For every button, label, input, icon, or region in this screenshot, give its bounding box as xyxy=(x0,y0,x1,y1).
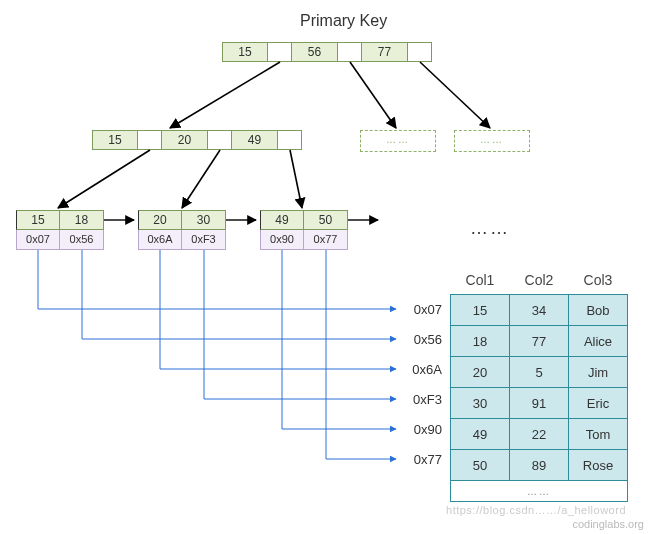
root-key: 15 xyxy=(222,42,268,62)
btree-internal-node: 15 20 49 xyxy=(92,130,302,150)
table-row: 3091Eric xyxy=(451,388,628,419)
internal-key: 20 xyxy=(162,130,208,150)
cell: Bob xyxy=(569,295,628,326)
cell: 77 xyxy=(510,326,569,357)
cell: Jim xyxy=(569,357,628,388)
leaf-key: 50 xyxy=(304,210,348,230)
leaf-key: 49 xyxy=(260,210,304,230)
cell: 22 xyxy=(510,419,569,450)
leaf-pointer: 0x90 xyxy=(260,230,304,250)
leaf-ellipsis: …… xyxy=(470,218,510,239)
svg-line-1 xyxy=(350,62,396,128)
internal-key: 15 xyxy=(92,130,138,150)
btree-leaf-node: 15 18 0x07 0x56 xyxy=(16,210,104,250)
internal-gap xyxy=(278,130,302,150)
root-key: 56 xyxy=(292,42,338,62)
leaf-key: 15 xyxy=(16,210,60,230)
leaf-pointer: 0x77 xyxy=(304,230,348,250)
cell: 30 xyxy=(451,388,510,419)
cell: Eric xyxy=(569,388,628,419)
table-row: 5089Rose xyxy=(451,450,628,481)
cell: 49 xyxy=(451,419,510,450)
svg-line-5 xyxy=(290,150,302,208)
row-address: 0x07 xyxy=(400,302,442,317)
svg-line-4 xyxy=(182,150,220,208)
leaf-pointer: 0x6A xyxy=(138,230,182,250)
svg-line-3 xyxy=(58,150,150,208)
table-header: Col3 xyxy=(569,272,628,295)
table-row-empty: …… xyxy=(451,481,628,502)
cell: Tom xyxy=(569,419,628,450)
cell: 34 xyxy=(510,295,569,326)
btree-leaf-node: 20 30 0x6A 0xF3 xyxy=(138,210,226,250)
root-gap xyxy=(408,42,432,62)
btree-ghost-node: …… xyxy=(454,130,530,152)
svg-line-2 xyxy=(420,62,490,128)
table-header: Col2 xyxy=(510,272,569,295)
row-address: 0xF3 xyxy=(400,392,442,407)
cell: 15 xyxy=(451,295,510,326)
cell: 5 xyxy=(510,357,569,388)
root-key: 77 xyxy=(362,42,408,62)
table-row: 1534Bob xyxy=(451,295,628,326)
table-row: 205Jim xyxy=(451,357,628,388)
table-header: Col1 xyxy=(451,272,510,295)
row-address: 0x90 xyxy=(400,422,442,437)
table-header-row: Col1 Col2 Col3 xyxy=(451,272,628,295)
table-row: 1877Alice xyxy=(451,326,628,357)
watermark-source: codinglabs.org xyxy=(572,518,644,530)
cell: 18 xyxy=(451,326,510,357)
row-address: 0x6A xyxy=(400,362,442,377)
root-gap xyxy=(338,42,362,62)
leaf-pointer: 0xF3 xyxy=(182,230,226,250)
internal-key: 49 xyxy=(232,130,278,150)
btree-leaf-node: 49 50 0x90 0x77 xyxy=(260,210,348,250)
internal-gap xyxy=(208,130,232,150)
cell: 20 xyxy=(451,357,510,388)
table-row: 4922Tom xyxy=(451,419,628,450)
leaf-key: 20 xyxy=(138,210,182,230)
btree-ghost-node: …… xyxy=(360,130,436,152)
watermark-text: https://blog.csdn……/a_helloword xyxy=(446,504,626,516)
table-footer: …… xyxy=(451,481,628,502)
leaf-pointer: 0x56 xyxy=(60,230,104,250)
leaf-pointer: 0x07 xyxy=(16,230,60,250)
btree-root-node: 15 56 77 xyxy=(222,42,432,62)
cell: 89 xyxy=(510,450,569,481)
root-gap xyxy=(268,42,292,62)
leaf-key: 18 xyxy=(60,210,104,230)
cell: Alice xyxy=(569,326,628,357)
cell: 91 xyxy=(510,388,569,419)
svg-line-0 xyxy=(170,62,280,128)
row-address: 0x77 xyxy=(400,452,442,467)
diagram-title: Primary Key xyxy=(300,12,387,30)
data-table: Col1 Col2 Col3 1534Bob 1877Alice 205Jim … xyxy=(450,272,628,502)
row-address: 0x56 xyxy=(400,332,442,347)
cell: Rose xyxy=(569,450,628,481)
internal-gap xyxy=(138,130,162,150)
cell: 50 xyxy=(451,450,510,481)
leaf-key: 30 xyxy=(182,210,226,230)
